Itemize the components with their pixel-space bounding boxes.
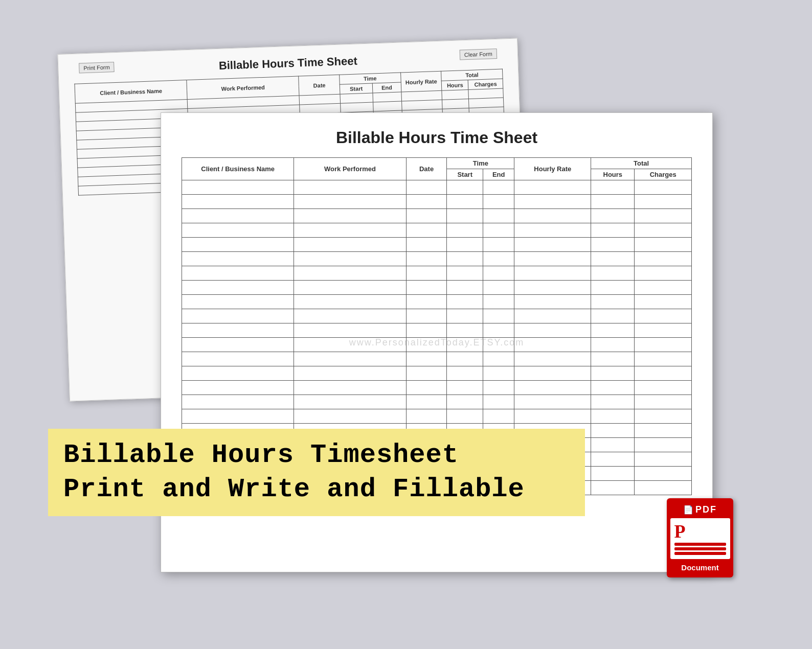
table-cell[interactable] bbox=[182, 266, 294, 281]
table-cell[interactable] bbox=[483, 366, 514, 381]
table-cell[interactable] bbox=[591, 452, 635, 467]
table-cell[interactable] bbox=[447, 252, 483, 266]
table-cell[interactable] bbox=[294, 180, 406, 195]
table-cell[interactable] bbox=[483, 409, 514, 424]
table-cell[interactable] bbox=[635, 352, 692, 366]
table-cell[interactable] bbox=[514, 323, 591, 338]
clear-form-button[interactable]: Clear Form bbox=[460, 49, 498, 60]
table-cell[interactable] bbox=[591, 481, 635, 495]
table-cell[interactable] bbox=[591, 323, 635, 338]
table-cell[interactable] bbox=[635, 438, 692, 452]
table-cell[interactable] bbox=[483, 266, 514, 281]
table-cell[interactable] bbox=[635, 395, 692, 409]
table-cell[interactable] bbox=[514, 309, 591, 323]
table-cell[interactable] bbox=[442, 89, 469, 100]
table-cell[interactable] bbox=[406, 395, 447, 409]
table-cell[interactable] bbox=[483, 223, 514, 238]
table-cell[interactable] bbox=[591, 223, 635, 238]
table-cell[interactable] bbox=[483, 395, 514, 409]
table-cell[interactable] bbox=[406, 352, 447, 366]
table-cell[interactable] bbox=[182, 252, 294, 266]
table-cell[interactable] bbox=[483, 180, 514, 195]
table-cell[interactable] bbox=[294, 266, 406, 281]
table-cell[interactable] bbox=[635, 266, 692, 281]
table-cell[interactable] bbox=[635, 409, 692, 424]
table-cell[interactable] bbox=[468, 88, 503, 99]
table-cell[interactable] bbox=[483, 338, 514, 352]
table-cell[interactable] bbox=[514, 252, 591, 266]
table-cell[interactable] bbox=[483, 252, 514, 266]
table-cell[interactable] bbox=[635, 281, 692, 295]
table-cell[interactable] bbox=[635, 323, 692, 338]
table-cell[interactable] bbox=[635, 180, 692, 195]
table-cell[interactable] bbox=[182, 381, 294, 395]
table-cell[interactable] bbox=[591, 238, 635, 252]
table-cell[interactable] bbox=[447, 295, 483, 309]
table-cell[interactable] bbox=[483, 195, 514, 209]
table-cell[interactable] bbox=[447, 266, 483, 281]
table-cell[interactable] bbox=[406, 180, 447, 195]
table-cell[interactable] bbox=[514, 281, 591, 295]
table-cell[interactable] bbox=[591, 195, 635, 209]
table-cell[interactable] bbox=[294, 209, 406, 223]
table-cell[interactable] bbox=[469, 98, 504, 108]
table-cell[interactable] bbox=[294, 323, 406, 338]
table-cell[interactable] bbox=[447, 352, 483, 366]
table-cell[interactable] bbox=[514, 223, 591, 238]
table-cell[interactable] bbox=[591, 338, 635, 352]
table-cell[interactable] bbox=[447, 381, 483, 395]
table-cell[interactable] bbox=[406, 323, 447, 338]
table-cell[interactable] bbox=[341, 102, 373, 112]
table-cell[interactable] bbox=[483, 323, 514, 338]
table-cell[interactable] bbox=[591, 467, 635, 481]
table-cell[interactable] bbox=[514, 238, 591, 252]
table-cell[interactable] bbox=[447, 323, 483, 338]
table-cell[interactable] bbox=[406, 409, 447, 424]
table-cell[interactable] bbox=[514, 381, 591, 395]
table-cell[interactable] bbox=[635, 467, 692, 481]
table-cell[interactable] bbox=[483, 295, 514, 309]
table-cell[interactable] bbox=[514, 209, 591, 223]
table-cell[interactable] bbox=[514, 195, 591, 209]
table-cell[interactable] bbox=[294, 381, 406, 395]
table-cell[interactable] bbox=[447, 180, 483, 195]
table-cell[interactable] bbox=[442, 99, 469, 109]
table-cell[interactable] bbox=[514, 338, 591, 352]
table-cell[interactable] bbox=[447, 223, 483, 238]
table-cell[interactable] bbox=[514, 266, 591, 281]
table-cell[interactable] bbox=[182, 295, 294, 309]
table-cell[interactable] bbox=[294, 409, 406, 424]
table-cell[interactable] bbox=[406, 266, 447, 281]
table-cell[interactable] bbox=[447, 209, 483, 223]
table-cell[interactable] bbox=[591, 266, 635, 281]
table-cell[interactable] bbox=[373, 92, 401, 102]
table-cell[interactable] bbox=[483, 309, 514, 323]
table-cell[interactable] bbox=[294, 295, 406, 309]
table-cell[interactable] bbox=[447, 366, 483, 381]
table-cell[interactable] bbox=[514, 395, 591, 409]
table-cell[interactable] bbox=[447, 281, 483, 295]
table-cell[interactable] bbox=[294, 281, 406, 295]
table-cell[interactable] bbox=[182, 395, 294, 409]
table-cell[interactable] bbox=[406, 195, 447, 209]
table-cell[interactable] bbox=[182, 238, 294, 252]
table-cell[interactable] bbox=[635, 195, 692, 209]
table-cell[interactable] bbox=[635, 223, 692, 238]
table-cell[interactable] bbox=[406, 295, 447, 309]
table-cell[interactable] bbox=[483, 281, 514, 295]
table-cell[interactable] bbox=[294, 195, 406, 209]
table-cell[interactable] bbox=[182, 323, 294, 338]
table-cell[interactable] bbox=[591, 366, 635, 381]
table-cell[interactable] bbox=[591, 395, 635, 409]
table-cell[interactable] bbox=[635, 424, 692, 438]
table-cell[interactable] bbox=[294, 395, 406, 409]
table-cell[interactable] bbox=[406, 366, 447, 381]
table-cell[interactable] bbox=[294, 238, 406, 252]
table-cell[interactable] bbox=[447, 309, 483, 323]
table-cell[interactable] bbox=[591, 409, 635, 424]
table-cell[interactable] bbox=[591, 252, 635, 266]
table-cell[interactable] bbox=[406, 238, 447, 252]
table-cell[interactable] bbox=[635, 338, 692, 352]
table-cell[interactable] bbox=[182, 409, 294, 424]
table-cell[interactable] bbox=[635, 252, 692, 266]
